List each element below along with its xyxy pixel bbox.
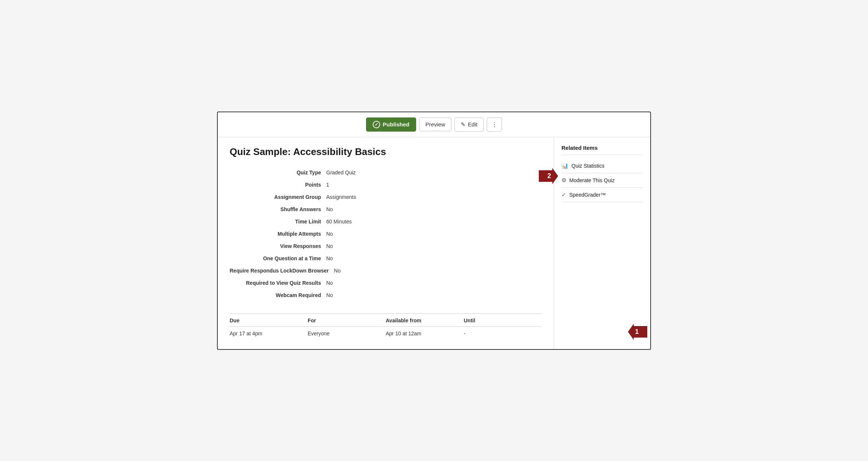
- avail-data-cell: -: [464, 331, 542, 336]
- availability-table: DueForAvailable fromUntil Apr 17 at 4pmE…: [230, 313, 542, 340]
- content-area: Quiz Sample: Accessibility Basics Quiz T…: [218, 137, 650, 349]
- detail-row: Time Limit60 Minutes: [230, 216, 542, 228]
- avail-data-row: Apr 17 at 4pmEveryoneApr 10 at 12am-: [230, 327, 542, 340]
- detail-row: One Question at a TimeNo: [230, 252, 542, 265]
- detail-label: Assignment Group: [230, 193, 326, 201]
- avail-data-cell: Apr 17 at 4pm: [230, 331, 308, 336]
- preview-button[interactable]: Preview: [419, 117, 451, 131]
- detail-label: Quiz Type: [230, 169, 326, 177]
- badge-2: 2: [539, 168, 558, 184]
- detail-row: Shuffle AnswersNo: [230, 203, 542, 216]
- detail-value: No: [326, 255, 333, 262]
- detail-value: No: [326, 242, 333, 250]
- details-table: Quiz TypeGraded QuizPoints1Assignment Gr…: [230, 167, 542, 302]
- detail-label: Require Respondus LockDown Browser: [230, 267, 334, 275]
- detail-label: Time Limit: [230, 218, 326, 226]
- detail-row: Webcam RequiredNo: [230, 289, 542, 302]
- detail-row: Require Respondus LockDown BrowserNo: [230, 265, 542, 277]
- detail-value: No: [334, 267, 341, 275]
- detail-value: Assignments: [326, 193, 356, 201]
- avail-header-row: DueForAvailable fromUntil: [230, 314, 542, 327]
- avail-header-cell: Due: [230, 317, 308, 323]
- published-label: Published: [383, 121, 409, 128]
- avail-header-cell: For: [308, 317, 386, 323]
- more-button[interactable]: ⋮: [487, 117, 502, 132]
- detail-row: Assignment GroupAssignments: [230, 191, 542, 203]
- quiz-title: Quiz Sample: Accessibility Basics: [230, 146, 542, 158]
- badge-1: 1: [628, 324, 647, 340]
- detail-value: No: [326, 279, 333, 287]
- sidebar-item-icon: ✓: [561, 191, 566, 198]
- detail-label: Shuffle Answers: [230, 206, 326, 213]
- toolbar: ✓ Published Preview ✎ Edit ⋮: [218, 112, 650, 137]
- detail-value: No: [326, 206, 333, 213]
- detail-row: Multiple AttemptsNo: [230, 228, 542, 240]
- badge-1-wrap: 1: [628, 324, 647, 340]
- detail-row: Required to View Quiz ResultsNo: [230, 277, 542, 289]
- published-button[interactable]: ✓ Published: [366, 117, 416, 132]
- sidebar: Related Items 📊Quiz Statistics⚙Moderate …: [554, 137, 650, 349]
- detail-label: Webcam Required: [230, 291, 326, 299]
- more-icon: ⋮: [492, 121, 497, 128]
- edit-button[interactable]: ✎ Edit: [454, 117, 484, 132]
- main-screen: ✓ Published Preview ✎ Edit ⋮ Quiz Sample…: [217, 112, 651, 350]
- preview-label: Preview: [425, 121, 445, 128]
- detail-value: 60 Minutes: [326, 218, 352, 226]
- detail-row: Quiz TypeGraded Quiz: [230, 167, 542, 179]
- detail-value: Graded Quiz: [326, 169, 356, 177]
- detail-label: Points: [230, 181, 326, 189]
- sidebar-item-label: SpeedGrader™: [569, 192, 606, 198]
- avail-data-cell: Everyone: [308, 331, 386, 336]
- badge-2-wrap: 2: [539, 168, 558, 184]
- detail-label: Multiple Attempts: [230, 230, 326, 238]
- toolbar-buttons: ✓ Published Preview ✎ Edit ⋮: [366, 117, 502, 132]
- edit-icon: ✎: [461, 121, 466, 128]
- detail-label: View Responses: [230, 242, 326, 250]
- detail-value: 1: [326, 181, 329, 189]
- sidebar-item-icon: ⚙: [561, 177, 566, 184]
- detail-row: Points1: [230, 179, 542, 191]
- main-content: Quiz Sample: Accessibility Basics Quiz T…: [218, 137, 554, 349]
- edit-label: Edit: [468, 121, 477, 128]
- avail-header-cell: Until: [464, 317, 542, 323]
- sidebar-item[interactable]: ⚙Moderate This Quiz: [561, 173, 643, 188]
- detail-value: No: [326, 291, 333, 299]
- sidebar-item-label: Quiz Statistics: [571, 163, 605, 169]
- detail-row: View ResponsesNo: [230, 240, 542, 252]
- sidebar-item[interactable]: ✓SpeedGrader™: [561, 188, 643, 202]
- sidebar-item[interactable]: 📊Quiz Statistics: [561, 159, 643, 173]
- sidebar-item-label: Moderate This Quiz: [569, 177, 615, 183]
- detail-value: No: [326, 230, 333, 238]
- sidebar-heading: Related Items: [561, 145, 643, 155]
- avail-data-cell: Apr 10 at 12am: [386, 331, 464, 336]
- check-circle-icon: ✓: [373, 121, 380, 128]
- avail-header-cell: Available from: [386, 317, 464, 323]
- detail-label: Required to View Quiz Results: [230, 279, 326, 287]
- sidebar-item-icon: 📊: [561, 162, 569, 169]
- detail-label: One Question at a Time: [230, 255, 326, 262]
